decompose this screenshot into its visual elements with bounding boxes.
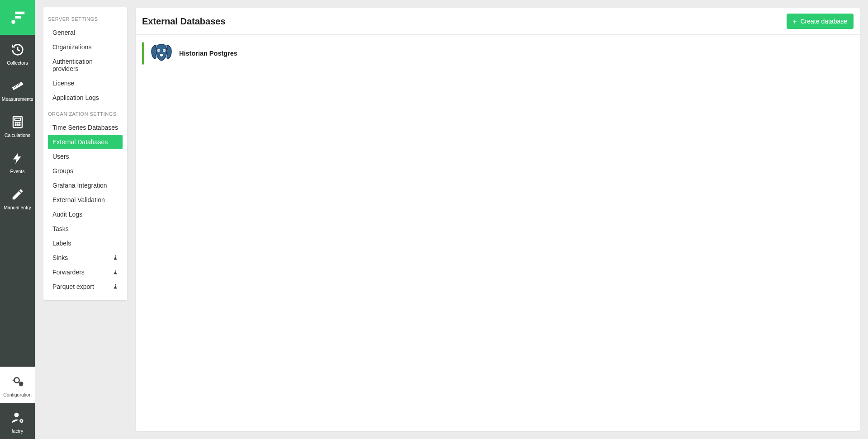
card-header: External Databases + Create database [136, 8, 860, 35]
org-settings-item[interactable]: Users [48, 149, 123, 164]
nav-label: Calculations [5, 132, 30, 138]
svg-point-18 [14, 413, 19, 417]
nav-label: Manual entry [4, 205, 31, 210]
svg-rect-10 [14, 118, 20, 120]
svg-point-16 [19, 124, 20, 125]
nav-label: Collectors [7, 60, 28, 66]
org-settings-item[interactable]: Grafana Integration [48, 178, 123, 193]
calculator-icon [11, 115, 24, 129]
flask-icon [113, 283, 118, 290]
status-indicator [142, 42, 144, 65]
settings-item-label: Organizations [52, 43, 91, 51]
settings-item-label: General [52, 29, 75, 36]
user-gear-icon [11, 411, 24, 425]
org-settings-item[interactable]: External Validation [48, 193, 123, 207]
settings-item-label: Audit Logs [52, 211, 82, 218]
nav-rail: Collectors Measurements Calculations Eve… [0, 0, 35, 439]
svg-point-19 [20, 420, 23, 422]
svg-rect-1 [15, 16, 21, 19]
page-title: External Databases [142, 16, 226, 27]
postgres-icon [150, 42, 173, 65]
settings-item-label: Forwarders [52, 269, 85, 276]
gears-icon [11, 375, 24, 388]
database-list: Historian Postgres [136, 35, 860, 72]
bolt-icon [11, 151, 24, 165]
svg-point-22 [158, 50, 160, 52]
nav-collectors[interactable]: Collectors [0, 35, 35, 71]
svg-point-12 [17, 122, 18, 123]
create-button-label: Create database [800, 18, 847, 25]
org-settings-item[interactable]: Audit Logs [48, 207, 123, 222]
org-settings-title: ORGANIZATION SETTINGS [48, 109, 123, 120]
settings-item-label: External Validation [52, 196, 105, 203]
create-database-button[interactable]: + Create database [787, 14, 854, 29]
svg-point-23 [163, 50, 165, 52]
settings-item-label: External Databases [52, 138, 108, 146]
svg-point-15 [17, 124, 18, 125]
ruler-icon [11, 79, 24, 93]
nav-measurements[interactable]: Measurements [0, 71, 35, 107]
settings-item-label: Groups [52, 167, 73, 175]
flask-icon [113, 269, 118, 275]
factry-logo-icon [9, 9, 26, 26]
settings-item-label: Sinks [52, 254, 68, 261]
database-row[interactable]: Historian Postgres [136, 39, 860, 67]
nav-label: Measurements [2, 96, 33, 102]
settings-item-label: Tasks [52, 225, 69, 232]
nav-configuration[interactable]: Configuration [0, 367, 35, 403]
nav-events[interactable]: Events [0, 143, 35, 179]
settings-item-label: License [52, 80, 74, 87]
server-settings-item[interactable]: General [48, 25, 123, 40]
settings-item-label: Parquet export [52, 283, 94, 290]
pencil-icon [11, 188, 24, 201]
server-settings-item[interactable]: Application Logs [48, 90, 123, 105]
org-settings-item[interactable]: Tasks [48, 222, 123, 236]
server-settings-item[interactable]: Organizations [48, 40, 123, 54]
org-settings-item[interactable]: Parquet export [48, 279, 123, 294]
nav-label: Configuration [3, 392, 31, 397]
nav-label: Events [10, 169, 24, 174]
plus-icon: + [793, 18, 797, 25]
svg-point-11 [15, 122, 16, 123]
org-settings-item[interactable]: Groups [48, 164, 123, 178]
server-settings-title: SERVER SETTINGS [48, 14, 123, 25]
flask-icon [113, 255, 118, 261]
server-settings-item[interactable]: License [48, 76, 123, 90]
nav-label: factry [12, 428, 24, 434]
settings-item-label: Authentication providers [52, 58, 118, 72]
svg-point-2 [11, 20, 15, 24]
nav-user[interactable]: factry [0, 403, 35, 439]
org-settings-item[interactable]: Labels [48, 236, 123, 250]
settings-sidebar: SERVER SETTINGS GeneralOrganizationsAuth… [43, 7, 127, 300]
settings-item-label: Users [52, 153, 69, 160]
svg-point-14 [15, 124, 16, 125]
settings-item-label: Grafana Integration [52, 182, 107, 189]
settings-item-label: Time Series Databases [52, 124, 118, 131]
content-card: External Databases + Create database His… [136, 8, 860, 431]
org-settings-item[interactable]: Time Series Databases [48, 120, 123, 135]
org-settings-item[interactable]: Forwarders [48, 265, 123, 279]
org-settings-item[interactable]: Sinks [48, 250, 123, 265]
main-content: External Databases + Create database His… [127, 0, 868, 439]
server-settings-item[interactable]: Authentication providers [48, 54, 123, 76]
svg-rect-0 [15, 11, 24, 14]
nav-calculations[interactable]: Calculations [0, 107, 35, 143]
history-icon [11, 43, 24, 57]
svg-point-13 [19, 122, 20, 123]
nav-manual-entry[interactable]: Manual entry [0, 179, 35, 216]
database-name: Historian Postgres [179, 50, 237, 57]
settings-item-label: Application Logs [52, 94, 99, 101]
app-logo [0, 0, 35, 35]
org-settings-item[interactable]: External Databases [48, 135, 123, 149]
settings-item-label: Labels [52, 240, 71, 247]
